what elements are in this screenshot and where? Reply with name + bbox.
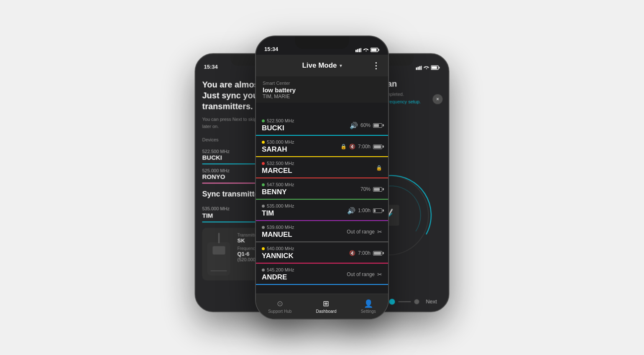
support-icon: ⊙	[277, 299, 283, 308]
time-left: 15:34	[204, 63, 218, 70]
freq-marcel: 532.500 MHz	[267, 161, 294, 166]
freq-tim: 535.000 MHz	[267, 203, 294, 208]
freq-bucki: 522.500 MHz	[267, 118, 294, 123]
smart-banner: Smart Center low battery TIM, MARIE	[256, 76, 388, 103]
channel-manuel[interactable]: 539.600 MHz MANUEL Out of range ✂	[256, 221, 388, 243]
lock-icon-sarah: 🔒	[340, 144, 347, 150]
close-button[interactable]: ×	[433, 94, 443, 104]
status-sarah: 7:00h	[358, 144, 371, 150]
next-button[interactable]: Next	[426, 298, 437, 304]
svg-rect-16	[419, 66, 421, 70]
smart-banner-label: Smart Center	[263, 81, 381, 86]
settings-icon: 👤	[364, 299, 373, 308]
lock-icon-marcel: 🔒	[376, 165, 382, 171]
name-yannick: YANNICK	[262, 252, 349, 260]
channel-list: 522.500 MHz BUCKI 🔊 60%	[256, 115, 388, 294]
sync-name-tim: TIM	[202, 212, 230, 219]
smart-banner-title: low battery	[263, 86, 381, 94]
volume-icon-tim: 🔊	[347, 207, 355, 215]
mute-icon-sarah: 🔇	[349, 144, 355, 150]
svg-rect-20	[439, 67, 440, 68]
channel-bucki[interactable]: 522.500 MHz BUCKI 🔊 60%	[256, 115, 388, 136]
name-marcel: MARCEL	[262, 167, 376, 175]
time-center: 15:34	[264, 46, 278, 52]
svg-rect-15	[418, 66, 419, 70]
chevron-down-icon[interactable]: ▾	[340, 63, 342, 68]
freq-yannick: 540.000 MHz	[267, 246, 294, 251]
channel-tim[interactable]: 535.000 MHz TIM 🔊 1:00h	[256, 200, 388, 221]
notch-center	[295, 36, 349, 49]
nav-settings[interactable]: 👤 Settings	[361, 299, 376, 314]
transmitter-image	[207, 233, 233, 275]
device-name-bucki: BUCKI	[202, 154, 230, 161]
support-label: Support Hub	[268, 309, 291, 314]
channel-benny[interactable]: 547.500 MHz BENNY 70%	[256, 179, 388, 200]
more-icon[interactable]: ⋮	[372, 61, 381, 71]
center-header: Live Mode ▾ ⋮	[256, 55, 388, 76]
step-4	[414, 299, 419, 304]
name-sarah: SARAH	[262, 145, 340, 154]
status-icons-center	[355, 48, 380, 52]
status-bucki: 60%	[360, 122, 371, 128]
status-benny: 70%	[360, 186, 371, 192]
no-signal-icon-andre: ✂	[377, 271, 382, 278]
name-andre: ANDRE	[262, 273, 347, 281]
channel-sarah[interactable]: 530.000 MHz SARAH 🔒 🔇 7:00h	[256, 136, 388, 157]
freq-manuel: 539.600 MHz	[267, 225, 294, 230]
live-mode-label: Live Mode	[302, 61, 337, 70]
svg-rect-7	[355, 50, 357, 52]
sync-freq-tim: 535.000 MHz	[202, 206, 230, 211]
channel-yannick[interactable]: 540.000 MHz YANNICK 🔇 7:00h	[256, 243, 388, 264]
device-freq-bucki: 522.500 MHz	[202, 149, 230, 154]
status-yannick: 7:00h	[358, 250, 371, 256]
nav-support[interactable]: ⊙ Support Hub	[268, 299, 291, 314]
freq-benny: 547.500 MHz	[267, 182, 294, 187]
name-benny: BENNY	[262, 188, 360, 196]
smart-banner-sub: TIM, MARIE	[263, 94, 381, 99]
dashboard-icon: ⊞	[323, 299, 329, 308]
freq-andre: 545.200 MHz	[267, 267, 294, 272]
step-3-active	[389, 299, 395, 304]
no-signal-icon-manuel: ✂	[377, 228, 382, 235]
status-andre: Out of range	[347, 271, 375, 277]
name-bucki: BUCKI	[262, 124, 350, 132]
svg-rect-13	[378, 49, 379, 51]
status-icons-right	[416, 65, 440, 70]
name-manuel: MANUEL	[262, 231, 347, 239]
freq-sarah: 530.000 MHz	[267, 139, 294, 145]
dashboard-label: Dashboard	[316, 309, 337, 314]
svg-rect-8	[357, 49, 358, 52]
nav-dashboard[interactable]: ⊞ Dashboard	[316, 299, 337, 314]
svg-rect-10	[360, 48, 361, 52]
svg-rect-9	[359, 48, 360, 52]
device-freq-ronyo: 525.000 MHz	[202, 168, 230, 173]
name-tim: TIM	[262, 209, 347, 218]
channel-marcel[interactable]: 532.500 MHz MARCEL 🔒	[256, 157, 388, 179]
close-icon: ×	[436, 96, 439, 102]
scene: 15:34 You are almost done! Just sync you…	[92, 15, 552, 340]
svg-rect-14	[416, 67, 417, 70]
bottom-nav: ⊙ Support Hub ⊞ Dashboard 👤 Settings	[256, 294, 388, 319]
device-name-ronyo: RONYO	[202, 173, 230, 180]
step-line-3	[398, 301, 411, 302]
svg-rect-19	[432, 66, 437, 69]
header-title: Live Mode ▾	[302, 61, 342, 70]
svg-rect-12	[371, 49, 377, 51]
volume-icon-bucki: 🔊	[350, 122, 358, 129]
channel-andre[interactable]: 545.200 MHz ANDRE Out of range ✂	[256, 264, 388, 285]
settings-label: Settings	[361, 309, 376, 314]
status-tim: 1:00h	[358, 208, 371, 213]
svg-rect-17	[421, 66, 422, 70]
status-manuel: Out of range	[347, 229, 375, 235]
mute-icon-yannick: 🔇	[349, 250, 355, 256]
phone-center: 15:34 Live Mode ▾ ⋮ Smart Center low bat…	[255, 36, 389, 320]
